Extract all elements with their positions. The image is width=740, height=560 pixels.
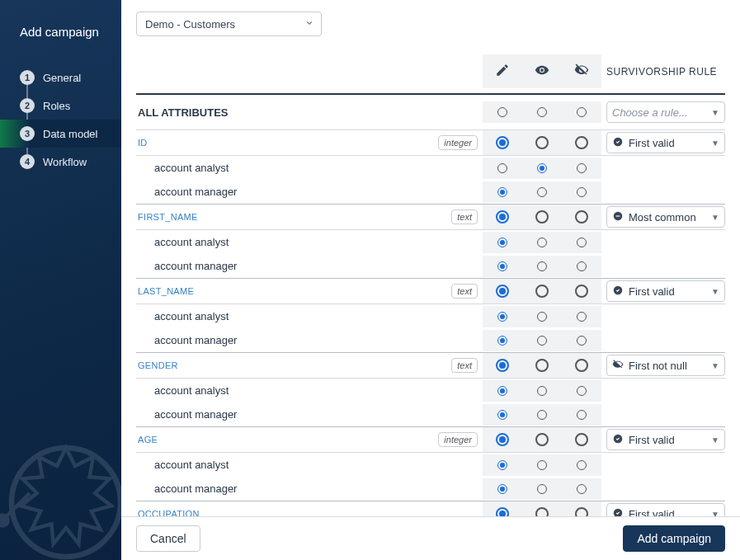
rule-select[interactable]: First valid ▼ (606, 132, 725, 153)
attribute-group: OCCUPATION First valid ▼ account analyst… (136, 501, 725, 516)
role-view-radio[interactable] (537, 312, 547, 322)
role-edit-radio[interactable] (497, 460, 507, 470)
caret-down-icon: ▼ (711, 287, 719, 296)
rule-label: First not null (629, 360, 687, 372)
role-view-radio[interactable] (537, 261, 547, 271)
role-view-radio[interactable] (537, 460, 547, 470)
all-hidden-radio[interactable] (577, 107, 587, 117)
role-label: account analyst (136, 304, 483, 328)
type-chip: integer (438, 135, 478, 150)
role-view-radio[interactable] (537, 187, 547, 197)
role-view-radio[interactable] (537, 484, 547, 494)
rule-label: Most common (629, 211, 696, 224)
attr-edit-radio[interactable] (496, 359, 509, 372)
attr-edit-radio[interactable] (496, 136, 509, 149)
rule-select[interactable]: Most common ▼ (606, 206, 725, 228)
attribute-name: ID (138, 138, 148, 148)
rule-icon (612, 285, 624, 299)
role-hidden-radio[interactable] (577, 238, 587, 247)
role-edit-radio[interactable] (497, 261, 507, 271)
attr-hidden-radio[interactable] (575, 136, 588, 149)
role-label: account analyst (136, 379, 483, 402)
wizard-step-general[interactable]: 1General (0, 64, 121, 92)
role-edit-radio[interactable] (497, 336, 507, 346)
role-view-radio[interactable] (537, 163, 547, 173)
attribute-group: LAST_NAME text First valid ▼ account ana… (136, 279, 725, 353)
svg-point-8 (614, 508, 623, 516)
role-hidden-radio[interactable] (577, 484, 587, 494)
role-edit-radio[interactable] (497, 312, 507, 322)
role-hidden-radio[interactable] (577, 187, 587, 197)
attr-hidden-radio[interactable] (575, 210, 588, 224)
all-rule-select[interactable]: Choose a rule... ▼ (606, 101, 725, 123)
caret-down-icon: ▼ (711, 510, 719, 517)
role-edit-radio[interactable] (497, 484, 507, 494)
caret-down-icon: ▼ (711, 139, 719, 148)
role-hidden-radio[interactable] (577, 261, 587, 271)
attr-view-radio[interactable] (535, 210, 549, 224)
role-edit-radio[interactable] (497, 410, 507, 420)
attribute-row: OCCUPATION First valid ▼ (136, 501, 725, 516)
attr-view-radio[interactable] (535, 507, 549, 516)
attr-view-radio[interactable] (535, 433, 549, 446)
rule-icon (612, 210, 624, 224)
cancel-button[interactable]: Cancel (136, 525, 200, 552)
attribute-name: AGE (138, 435, 158, 445)
role-hidden-radio[interactable] (577, 312, 587, 322)
attr-edit-radio[interactable] (496, 285, 509, 298)
role-view-radio[interactable] (537, 410, 547, 420)
footer-bar: Cancel Add campaign (121, 516, 740, 560)
attr-edit-radio[interactable] (496, 210, 509, 224)
attr-hidden-radio[interactable] (575, 433, 588, 446)
rule-select[interactable]: First valid ▼ (606, 429, 725, 450)
role-edit-radio[interactable] (497, 386, 507, 396)
rule-select[interactable]: First not null ▼ (606, 355, 725, 376)
rule-label: First valid (629, 434, 675, 446)
role-view-radio[interactable] (537, 238, 547, 247)
step-number: 4 (20, 154, 35, 169)
type-chip: text (451, 358, 478, 373)
attr-edit-radio[interactable] (496, 507, 509, 516)
all-edit-radio[interactable] (497, 107, 507, 117)
attr-edit-radio[interactable] (496, 433, 509, 446)
rule-select[interactable]: First valid ▼ (606, 280, 725, 302)
wizard-step-roles[interactable]: 2Roles (0, 92, 121, 120)
dataset-select[interactable]: Demo - Customers (136, 12, 322, 36)
role-hidden-radio[interactable] (577, 336, 587, 346)
role-hidden-radio[interactable] (577, 410, 587, 420)
attr-hidden-radio[interactable] (575, 359, 588, 372)
type-chip: text (451, 284, 478, 299)
role-hidden-radio[interactable] (577, 386, 587, 396)
role-edit-radio[interactable] (497, 238, 507, 247)
role-edit-radio[interactable] (497, 163, 507, 173)
role-edit-radio[interactable] (497, 187, 507, 197)
attr-hidden-radio[interactable] (575, 507, 588, 516)
caret-down-icon: ▼ (711, 108, 719, 117)
add-campaign-button[interactable]: Add campaign (623, 525, 725, 552)
wizard-step-data-model[interactable]: 3Data model (0, 120, 121, 148)
rule-icon (612, 433, 624, 447)
role-hidden-radio[interactable] (577, 460, 587, 470)
step-label: Workflow (43, 156, 87, 168)
caret-down-icon: ▼ (711, 361, 719, 370)
attr-view-radio[interactable] (535, 359, 549, 372)
dataset-select-wrap: Demo - Customers (136, 12, 322, 36)
attributes-scroll[interactable]: ID integer First valid ▼ account analyst… (136, 130, 725, 516)
attribute-row: ID integer First valid ▼ (136, 130, 725, 156)
eye-off-icon (574, 63, 589, 78)
attr-view-radio[interactable] (535, 285, 549, 298)
attr-hidden-radio[interactable] (575, 285, 588, 298)
all-view-radio[interactable] (537, 107, 547, 117)
svg-point-0 (12, 448, 120, 557)
role-row: account manager (136, 477, 725, 501)
rule-icon (612, 507, 624, 517)
caret-down-icon: ▼ (711, 435, 719, 445)
attr-view-radio[interactable] (535, 136, 549, 149)
role-hidden-radio[interactable] (577, 163, 587, 173)
rule-select[interactable]: First valid ▼ (606, 503, 725, 516)
role-label: account manager (136, 477, 483, 501)
wizard-step-workflow[interactable]: 4Workflow (0, 148, 121, 176)
role-view-radio[interactable] (537, 386, 547, 396)
role-view-radio[interactable] (537, 336, 547, 346)
rule-icon (612, 359, 624, 373)
